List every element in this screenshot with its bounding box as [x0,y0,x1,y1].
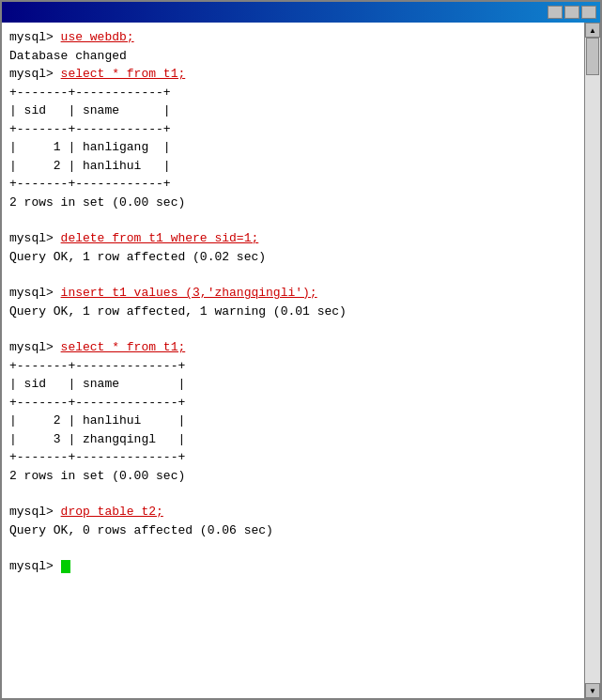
blank-line [9,266,577,284]
title-bar-buttons [548,6,596,19]
prompt-line: mysql> [9,557,577,576]
output-line: | 2 | hanlihui | [9,157,577,176]
scroll-track[interactable] [585,38,600,683]
close-button[interactable] [581,6,596,19]
title-bar [2,2,600,23]
scroll-down-button[interactable]: ▼ [585,683,600,698]
output-line: +-------+--------------+ [9,357,577,376]
output-line: Query OK, 0 rows affected (0.06 sec) [9,521,577,540]
terminal[interactable]: mysql> use webdb;Database changedmysql> … [2,23,584,698]
output-line: | 2 | hanlihui | [9,412,577,430]
blank-line [9,539,577,557]
output-line: | sid | sname | [9,101,577,120]
blank-line [9,320,577,338]
output-line: | 3 | zhangqingl | [9,430,577,449]
scroll-thumb[interactable] [586,38,599,75]
mysql-prompt: mysql> [9,559,61,573]
maximize-button[interactable] [564,6,579,19]
content-area: mysql> use webdb;Database changedmysql> … [2,23,600,698]
output-line: 2 rows in set (0.00 sec) [9,467,577,486]
mysql-command: insert t1 values (3,'zhangqingli'); [61,286,317,300]
command-line: mysql> select * from t1; [9,65,577,84]
blank-line [9,485,577,503]
output-line: Database changed [9,47,577,66]
output-line: | 1 | hanligang | [9,138,577,157]
output-line: +-------+--------------+ [9,448,577,467]
output-line: Query OK, 1 row affected, 1 warning (0.0… [9,303,577,321]
blank-line [9,211,577,229]
output-line: +-------+------------+ [9,175,577,194]
mysql-prompt: mysql> [9,286,61,300]
mysql-command: use webdb; [61,30,134,44]
mysql-command: select * from t1; [61,67,186,81]
output-line: | sid | sname | [9,375,577,394]
command-line: mysql> insert t1 values (3,'zhangqingli'… [9,284,577,303]
mysql-prompt: mysql> [9,231,61,245]
mysql-prompt: mysql> [9,505,61,519]
command-line: mysql> use webdb; [9,28,577,47]
output-line: +-------+--------------+ [9,394,577,412]
cursor [61,560,70,573]
mysql-command: select * from t1; [61,340,186,354]
minimize-button[interactable] [548,6,563,19]
command-line: mysql> delete from t1 where sid=1; [9,229,577,248]
output-line: +-------+------------+ [9,120,577,139]
mysql-prompt: mysql> [9,340,61,354]
output-line: Query OK, 1 row affected (0.02 sec) [9,248,577,267]
mysql-command: delete from t1 where sid=1; [61,231,259,245]
output-line: 2 rows in set (0.00 sec) [9,194,577,212]
command-line: mysql> select * from t1; [9,338,577,357]
output-line: +-------+------------+ [9,84,577,102]
window: mysql> use webdb;Database changedmysql> … [0,0,602,700]
mysql-prompt: mysql> [9,67,61,81]
scrollbar[interactable]: ▲ ▼ [584,23,600,698]
mysql-prompt: mysql> [9,30,61,44]
mysql-command: drop table t2; [61,505,163,519]
command-line: mysql> drop table t2; [9,503,577,521]
scroll-up-button[interactable]: ▲ [585,23,600,38]
